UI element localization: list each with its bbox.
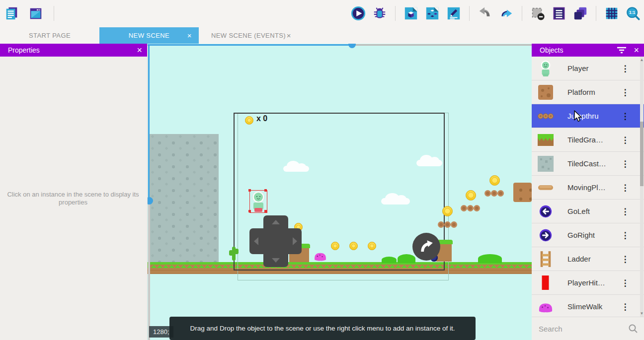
object-row-slimewalk[interactable]: SlimeWalk ⋮ [532,295,644,317]
jumpthru-instance[interactable] [484,190,491,197]
kebab-menu-icon[interactable]: ⋮ [620,152,630,176]
toolbar-divider [395,6,396,21]
dpad-up-arrow-icon [272,220,280,224]
jumpthru-instance[interactable] [438,221,444,228]
player-object-icon [538,60,554,77]
selection-handles[interactable] [248,189,251,192]
object-row-ladder[interactable]: Ladder ⋮ [532,247,644,271]
close-icon[interactable]: × [137,46,142,55]
export-project-icon[interactable] [403,5,419,21]
object-row-tiledcastle[interactable]: TiledCast… ⋮ [532,152,644,176]
objects-panel: Objects × Player ⋮ Platform ⋮ Jumpthru ⋮… [532,44,644,340]
coin-instance[interactable] [368,242,376,250]
go-right-object-icon [538,226,554,244]
object-row-movingplatform[interactable]: MovingPl… ⋮ [532,176,644,200]
dpad-right-arrow-icon [293,237,297,245]
kebab-menu-icon[interactable]: ⋮ [620,295,630,317]
bush-decoration [398,254,415,263]
project-manager-icon[interactable] [4,5,20,21]
scene-canvas[interactable]: x 0 1280; Drag and Drop the obj [148,44,532,340]
kebab-menu-icon[interactable]: ⋮ [620,128,630,152]
platform-instance[interactable] [513,183,532,202]
object-row-goright[interactable]: GoRight ⋮ [532,223,644,247]
tab-label: NEW SCENE [129,32,169,39]
slime-walk-object-icon [538,298,554,316]
kebab-menu-icon[interactable]: ⋮ [620,200,630,223]
main-toolbar: 1:1 [0,0,644,27]
close-icon[interactable]: × [287,32,291,39]
object-row-goleft[interactable]: GoLeft ⋮ [532,200,644,223]
tab-start-page[interactable]: START PAGE [0,27,99,44]
scroll-up-icon[interactable]: ▲ [640,58,644,62]
start-page-icon[interactable] [28,5,44,21]
object-row-player[interactable]: Player ⋮ [532,57,644,80]
dpad-control-instance[interactable] [249,215,302,267]
coin-instance[interactable] [489,175,500,186]
kebab-menu-icon[interactable]: ⋮ [620,271,630,295]
edit-scene-icon[interactable] [446,5,462,21]
jumpthru-instance[interactable] [461,205,467,211]
scroll-down-icon[interactable]: ▼ [640,311,644,316]
object-row-tiledgrass[interactable]: TiledGra… ⋮ [532,128,644,152]
properties-empty-message: Click on an instance in the scene to dis… [6,191,140,206]
kebab-menu-icon[interactable]: ⋮ [620,176,630,200]
tab-label: START PAGE [29,32,71,39]
object-row-platform[interactable]: Platform ⋮ [532,80,644,104]
player-hitbox-object-icon [538,274,554,292]
player-sprite [250,191,267,212]
jumpthru-object-icon [538,107,554,125]
objects-scrollbar-thumb[interactable] [640,122,644,186]
properties-panel: Properties × Click on an instance in the… [0,44,148,340]
slime-enemy-instance[interactable] [312,251,328,263]
horizontal-scrollbar-track[interactable] [352,44,532,46]
coin-counter-text: x 0 [256,114,267,123]
close-icon[interactable]: × [634,46,639,55]
play-icon[interactable] [350,5,366,21]
objects-list: Player ⋮ Platform ⋮ Jumpthru ⋮ TiledGra…… [532,57,644,317]
horizontal-scrollbar[interactable] [148,44,352,46]
platform-object-icon [538,83,554,101]
layers-icon[interactable] [572,5,588,21]
search-input[interactable] [539,322,623,335]
toolbar-divider [522,6,522,21]
vertical-scrollbar-track[interactable] [148,202,150,340]
undo-icon[interactable] [477,5,493,21]
kebab-menu-icon[interactable]: ⋮ [620,80,630,104]
jump-arrow-icon [416,237,436,257]
filter-icon[interactable] [617,47,627,54]
vertical-scrollbar[interactable] [148,44,150,199]
kebab-menu-icon[interactable]: ⋮ [620,57,630,80]
object-row-playerhitbox[interactable]: PlayerHit… ⋮ [532,271,644,295]
jump-button-instance[interactable] [412,233,440,261]
tab-bar: START PAGE NEW SCENE × NEW SCENE (EVENTS… [0,27,644,44]
hud-coin-icon [245,116,253,125]
deselect-instances-icon[interactable] [530,5,546,21]
coin-instance[interactable] [442,206,453,216]
kebab-menu-icon[interactable]: ⋮ [620,247,630,271]
kebab-menu-icon[interactable]: ⋮ [620,223,630,247]
debug-icon[interactable] [372,5,388,21]
add-object-icon[interactable] [424,5,440,21]
close-icon[interactable]: × [187,32,192,39]
player-instance[interactable] [249,190,267,213]
tab-label: NEW SCENE (EVENTS) [211,32,286,39]
horizontal-scrollbar-thumb[interactable] [348,44,356,48]
coin-instance[interactable] [331,242,339,250]
instances-list-icon[interactable] [551,5,567,21]
tab-new-scene[interactable]: NEW SCENE × [99,27,199,44]
redo-icon[interactable] [498,5,514,21]
ladder-object-icon [538,250,554,268]
object-row-jumpthru[interactable]: Jumpthru ⋮ [532,104,644,128]
objects-scrollbar[interactable]: ▲ ▼ [640,57,644,317]
coin-instance[interactable] [349,242,358,250]
toolbar-divider [596,6,596,21]
grid-icon[interactable] [604,5,620,21]
tab-new-scene-events[interactable]: NEW SCENE (EVENTS) × [199,27,298,44]
svg-text:1:1: 1:1 [629,10,635,15]
properties-panel-title: Properties [8,46,137,54]
zoom-1-1-icon[interactable]: 1:1 [625,5,641,21]
coin-instance[interactable] [466,190,476,201]
tiled-castle-instance[interactable] [150,134,219,262]
kebab-menu-icon[interactable]: ⋮ [620,104,630,128]
dpad-down-arrow-icon [272,258,280,263]
